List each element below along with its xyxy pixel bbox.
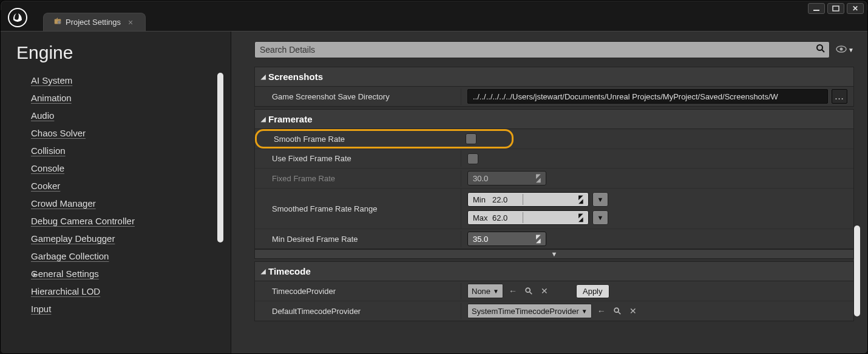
sidebar-item-ai-system[interactable]: AI System	[16, 72, 215, 89]
content-area: Engine AI System Animation Audio Chaos S…	[1, 31, 867, 353]
search-input[interactable]	[259, 42, 813, 57]
tab-project-settings[interactable]: Project Settings ×	[43, 13, 146, 31]
dropdown-min-button[interactable]: ▼	[592, 192, 608, 207]
sidebar-item-general-settings[interactable]: General Settings	[16, 265, 215, 282]
sidebar-item-chaos-solver[interactable]: Chaos Solver	[16, 124, 215, 142]
tab-close-icon[interactable]: ×	[128, 18, 133, 27]
project-settings-window: ✕ Project Settings × Engine AI System An…	[0, 0, 868, 354]
tab-bar: Project Settings ×	[1, 10, 867, 31]
sidebar-item-animation[interactable]: Animation	[16, 89, 215, 107]
chevron-down-icon: ▼	[848, 47, 854, 53]
browse-button[interactable]: …	[832, 89, 847, 104]
svg-line-7	[822, 50, 824, 52]
sidebar-item-hierarchical-lod[interactable]: Hierarchical LOD	[16, 282, 215, 300]
gear-icon	[53, 17, 62, 27]
chevron-down-icon: ▼	[493, 288, 499, 295]
svg-rect-1	[813, 10, 819, 11]
use-selected-button[interactable]: ←	[507, 285, 519, 297]
eye-icon	[836, 45, 847, 55]
label-default-timecode-provider: DefaultTimecodeProvider	[255, 303, 461, 319]
label-smooth-frame-rate: Smooth Frame Rate	[260, 133, 462, 145]
dropdown-default-timecode-provider[interactable]: SystemTimeTimecodeProvider ▼	[467, 304, 592, 318]
sidebar-item-input[interactable]: Input	[16, 300, 215, 318]
browse-asset-button[interactable]	[611, 305, 623, 317]
close-button[interactable]: ✕	[847, 3, 864, 14]
collapse-icon: ◢	[261, 73, 266, 80]
sidebar-heading: Engine	[16, 42, 215, 63]
svg-point-12	[614, 308, 619, 312]
sidebar-item-debug-camera-controller[interactable]: Debug Camera Controller	[16, 212, 215, 230]
section-screenshots: ◢ Screenshots Game Screenshot Save Direc…	[254, 67, 854, 107]
section-timecode: ◢ Timecode TimecodeProvider None ▼ ←	[254, 261, 854, 321]
search-icon[interactable]	[816, 44, 826, 56]
input-min-desired-frame-rate[interactable]: 35.0 ◤◢	[467, 232, 546, 246]
svg-point-9	[840, 47, 843, 50]
label-timecode-provider: TimecodeProvider	[255, 283, 461, 299]
section-framerate: ◢ Framerate Smooth Frame Rate	[254, 109, 854, 259]
input-smoothed-range-min[interactable]: Min 22.0 ◤◢	[467, 192, 589, 207]
tab-label: Project Settings	[66, 18, 121, 27]
checkbox-smooth-frame-rate[interactable]	[466, 133, 476, 144]
checkbox-use-fixed-frame-rate[interactable]	[467, 153, 478, 164]
clear-button[interactable]: ✕	[627, 305, 639, 317]
svg-rect-2	[833, 6, 839, 11]
sidebar-item-console[interactable]: Console	[16, 159, 215, 177]
sidebar-item-collision[interactable]: Collision	[16, 142, 215, 159]
sidebar: Engine AI System Animation Audio Chaos S…	[1, 32, 231, 353]
input-smoothed-range-max[interactable]: Max 62.0 ◤◢	[467, 210, 589, 225]
sidebar-item-crowd-manager[interactable]: Crowd Manager	[16, 195, 215, 212]
browse-asset-button[interactable]	[523, 285, 535, 297]
svg-point-6	[817, 45, 822, 50]
search-input-wrap[interactable]	[254, 41, 830, 58]
svg-point-5	[58, 21, 61, 24]
section-header-framerate[interactable]: ◢ Framerate	[254, 109, 854, 129]
svg-line-13	[618, 312, 620, 315]
sidebar-item-cooker[interactable]: Cooker	[16, 177, 215, 195]
spinner-arrows-icon: ◤◢	[578, 214, 583, 221]
use-selected-button[interactable]: ←	[595, 305, 608, 317]
input-fixed-frame-rate[interactable]: 30.0 ◤◢	[467, 171, 546, 185]
label-screenshot-save-dir: Game Screenshot Save Directory	[255, 88, 461, 105]
sidebar-scrollbar[interactable]	[217, 73, 223, 242]
svg-point-10	[526, 288, 530, 292]
collapse-icon: ◢	[261, 268, 266, 275]
label-smoothed-frame-rate-range: Smoothed Frame Rate Range	[255, 189, 461, 229]
dropdown-timecode-provider[interactable]: None ▼	[467, 284, 503, 298]
section-header-screenshots[interactable]: ◢ Screenshots	[254, 67, 854, 87]
dropdown-max-button[interactable]: ▼	[592, 210, 608, 225]
unreal-logo-icon	[5, 5, 30, 30]
chevron-down-icon: ▼	[551, 250, 558, 258]
sidebar-item-gameplay-debugger[interactable]: Gameplay Debugger	[16, 230, 215, 247]
search-bar: ▼	[254, 41, 854, 58]
sidebar-item-audio[interactable]: Audio	[16, 107, 215, 124]
label-use-fixed-frame-rate: Use Fixed Frame Rate	[255, 150, 461, 167]
view-options-button[interactable]: ▼	[836, 45, 854, 55]
minimize-button[interactable]	[808, 3, 825, 14]
svg-point-0	[8, 8, 27, 27]
window-controls: ✕	[808, 3, 864, 14]
spinner-arrows-icon: ◤◢	[536, 235, 541, 242]
label-min-desired-frame-rate: Min Desired Frame Rate	[255, 231, 461, 247]
maximize-button[interactable]	[827, 3, 844, 14]
section-header-timecode[interactable]: ◢ Timecode	[254, 261, 854, 281]
expand-advanced-button[interactable]: ▼	[254, 249, 854, 259]
input-screenshot-save-dir[interactable]: ../../../../../../Users/jstewart/Documen…	[467, 89, 828, 104]
svg-marker-4	[56, 18, 58, 19]
spinner-arrows-icon: ◤◢	[578, 196, 583, 203]
collapse-icon: ◢	[261, 116, 266, 122]
svg-line-11	[530, 292, 532, 295]
main-scrollbar[interactable]	[854, 225, 860, 316]
sidebar-item-garbage-collection[interactable]: Garbage Collection	[16, 247, 215, 265]
clear-button[interactable]: ✕	[538, 285, 551, 297]
details-panel: ▼ ◢ Screenshots Game Screenshot Save Dir…	[231, 32, 867, 353]
label-fixed-frame-rate: Fixed Frame Rate	[255, 170, 461, 187]
chevron-down-icon: ▼	[581, 308, 588, 315]
spinner-arrows-icon: ◤◢	[536, 175, 541, 182]
apply-button[interactable]: Apply	[576, 284, 609, 298]
